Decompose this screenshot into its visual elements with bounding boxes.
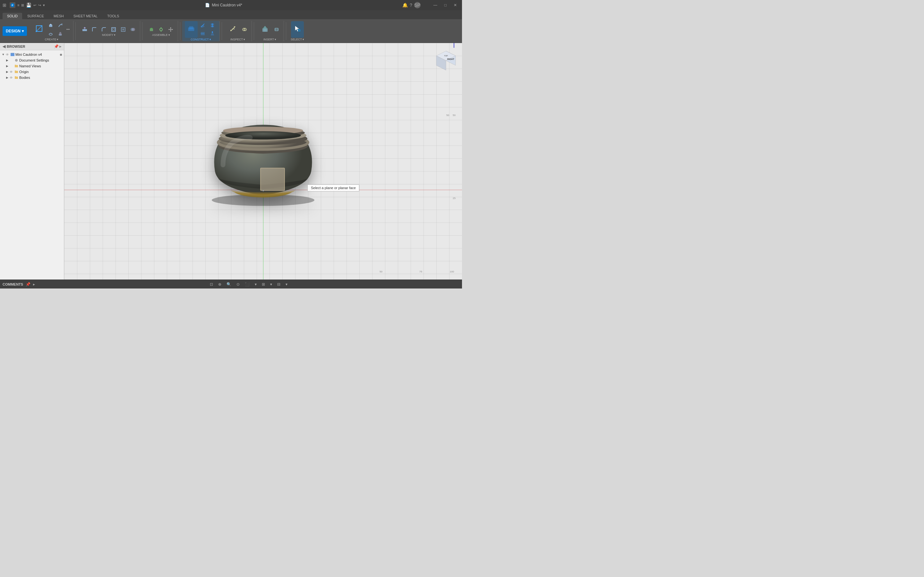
insert-mesh-btn[interactable] xyxy=(258,21,271,38)
statusbar-left-label: COMMENTS xyxy=(3,282,23,286)
look-at-btn[interactable]: ⊙ xyxy=(234,282,242,287)
shell-btn[interactable] xyxy=(109,26,118,33)
inspect-label[interactable]: INSPECT▾ xyxy=(230,38,245,41)
new-component-btn[interactable] xyxy=(147,26,156,33)
combine-btn[interactable] xyxy=(128,26,137,33)
browser-more-icon[interactable]: ▸ xyxy=(59,44,61,49)
cauldron-svg xyxy=(186,101,340,210)
viewport[interactable]: 50 25 50 50 75 100 xyxy=(64,43,462,279)
undo-btn[interactable]: ↩ xyxy=(33,3,36,7)
tree-item-bodies[interactable]: ▶ 👁 Bodies xyxy=(0,75,64,81)
tree-item-named-views[interactable]: ▶ 👁 Named Views xyxy=(0,63,64,69)
insert-svg-btn[interactable]: SVG xyxy=(272,26,281,33)
create-section: ••• CREATE▾ xyxy=(30,21,73,41)
svg-rect-18 xyxy=(150,29,153,31)
inspect-section: ⟷ INSPECT▾ xyxy=(224,21,252,41)
ruler-25: 25 xyxy=(453,197,456,200)
extrude-btn[interactable] xyxy=(46,21,55,29)
plane-angle-btn[interactable] xyxy=(198,21,207,29)
select-btn[interactable] xyxy=(291,21,304,38)
sweep-btn[interactable] xyxy=(56,21,65,29)
loft-btn[interactable] xyxy=(56,30,65,37)
press-pull-btn[interactable] xyxy=(80,26,89,33)
chamfer-btn[interactable] xyxy=(99,26,108,33)
svg-text:TOP: TOP xyxy=(444,55,448,57)
tab-sheet-metal[interactable]: SHEET METAL xyxy=(69,13,102,19)
cauldron-object[interactable]: Select a plane or planar face xyxy=(186,101,340,211)
construct-label[interactable]: CONSTRUCT▾ xyxy=(191,38,211,41)
svg-rect-28 xyxy=(189,26,193,29)
sep-3 xyxy=(180,22,180,40)
orbit-btn[interactable]: ⊕ xyxy=(216,282,223,287)
grid-settings-btn[interactable]: ⊞ xyxy=(260,282,267,287)
statusbar-pin-icon[interactable]: 📌 xyxy=(26,282,31,287)
maximize-btn[interactable]: □ xyxy=(442,2,449,8)
joint-btn[interactable] xyxy=(157,26,166,33)
statusbar-expand-icon[interactable]: ▸ xyxy=(33,282,35,287)
insert-mesh-icon xyxy=(262,25,268,33)
modify-label[interactable]: MODIFY▾ xyxy=(102,33,115,37)
minimize-btn[interactable]: — xyxy=(431,2,440,8)
user-icon[interactable]: SP xyxy=(414,2,421,8)
insert-buttons: SVG xyxy=(258,21,281,38)
tab-tools[interactable]: TOOLS xyxy=(103,13,124,19)
file-icon: 📄 xyxy=(205,3,210,7)
tree-label-bodies: Bodies xyxy=(19,76,63,79)
tree-gear-icon xyxy=(14,58,19,63)
viewport-settings-arrow[interactable]: ▾ xyxy=(284,282,289,287)
browser-collapse-icon[interactable]: ◀ xyxy=(3,44,5,49)
close-btn[interactable]: ✕ xyxy=(451,2,459,8)
sketch-btn[interactable] xyxy=(33,21,45,38)
select-label[interactable]: SELECT▾ xyxy=(291,38,304,41)
help-icon[interactable]: ? xyxy=(410,3,412,8)
tree-item-root[interactable]: ▼ 👁 Mini Cauldron v4 ⏺ xyxy=(0,52,64,57)
grid-btn[interactable]: ⊞ xyxy=(21,3,24,7)
create-label[interactable]: CREATE▾ xyxy=(45,38,59,41)
fillet-btn[interactable] xyxy=(90,26,99,33)
tree-item-origin[interactable]: ▶ 👁 Origin xyxy=(0,69,64,75)
grid-settings-arrow[interactable]: ▾ xyxy=(268,282,274,287)
midplane-btn[interactable] xyxy=(198,30,207,37)
fit-screen-btn[interactable]: ⊡ xyxy=(208,282,215,287)
tree-eye-root[interactable]: 👁 xyxy=(5,52,10,57)
insert-label[interactable]: INSERT▾ xyxy=(263,38,276,41)
browser-pin-icon[interactable]: 📌 xyxy=(54,44,59,49)
create-more-btn[interactable]: ••• xyxy=(65,21,71,38)
svg-marker-24 xyxy=(170,31,171,32)
design-dropdown[interactable]: DESIGN ▾ xyxy=(3,26,27,36)
notification-icon[interactable]: 🔔 xyxy=(402,3,408,8)
sep-6 xyxy=(286,22,286,40)
axis-cylinder-btn[interactable] xyxy=(208,21,217,29)
sketch-icon xyxy=(36,25,43,34)
nav-btn[interactable]: ≡ xyxy=(17,3,19,7)
scale-btn[interactable] xyxy=(119,26,128,33)
windows-icon: ⊞ xyxy=(3,3,6,8)
browser-title: BROWSER xyxy=(7,45,25,48)
tree-eye-doc-settings[interactable]: 👁 xyxy=(9,58,13,63)
assemble-label[interactable]: ASSEMBLE▾ xyxy=(152,33,170,37)
tree-eye-named-views[interactable]: 👁 xyxy=(9,64,13,68)
tab-surface[interactable]: SURFACE xyxy=(23,13,48,19)
tree-item-doc-settings[interactable]: ▶ 👁 Document Settings xyxy=(0,57,64,63)
tree-eye-bodies[interactable]: 👁 xyxy=(9,75,13,80)
history-btn[interactable]: ▾ xyxy=(43,3,45,7)
tab-mesh[interactable]: MESH xyxy=(49,13,68,19)
measure-btn[interactable]: ⟷ xyxy=(226,21,239,38)
display-settings-btn[interactable]: ⬛ xyxy=(243,282,252,287)
svg-point-20 xyxy=(160,28,162,31)
redo-btn[interactable]: ↪ xyxy=(38,3,41,7)
view-cube[interactable]: RIGHT TOP Z xyxy=(433,46,459,72)
revolve-btn[interactable] xyxy=(46,30,55,37)
move-btn[interactable] xyxy=(166,26,175,33)
tree-eye-origin[interactable]: 👁 xyxy=(9,69,13,74)
modify-buttons xyxy=(80,26,137,33)
zoom-btn[interactable]: 🔍 xyxy=(225,282,233,287)
tab-solid[interactable]: SOLID xyxy=(3,13,22,19)
save-btn[interactable]: 💾 xyxy=(26,3,31,8)
point-vertex-btn[interactable] xyxy=(208,30,217,37)
interference-btn[interactable] xyxy=(240,26,249,33)
display-settings-arrow[interactable]: ▾ xyxy=(253,282,258,287)
tree-origin-icon xyxy=(14,69,19,74)
offset-plane-btn[interactable] xyxy=(185,21,198,38)
viewport-settings-btn[interactable]: ⊟ xyxy=(275,282,282,287)
